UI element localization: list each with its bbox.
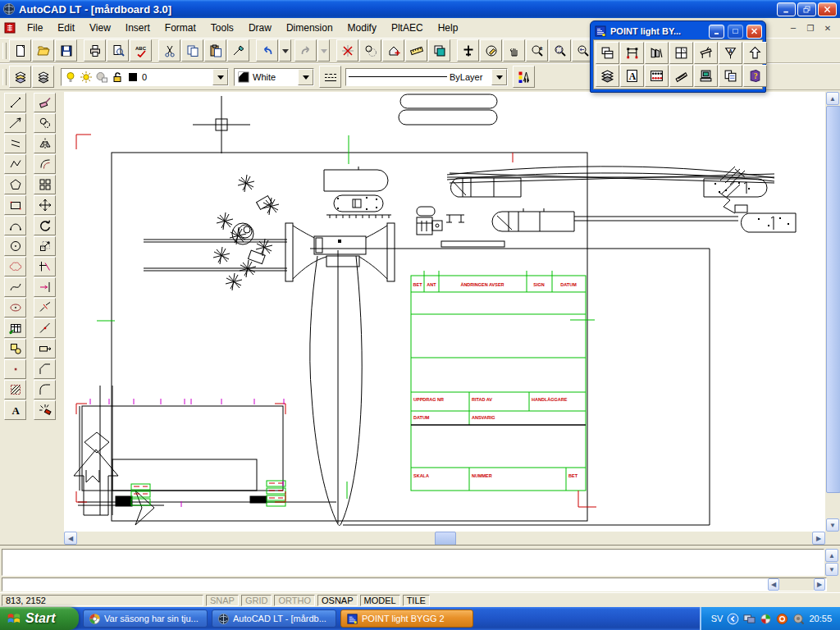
offset-button[interactable] bbox=[34, 154, 56, 174]
layer-manager-button[interactable] bbox=[32, 66, 54, 88]
taskbar-item-point-light[interactable]: POINT light BYGG 2 bbox=[340, 609, 473, 628]
scroll-right-button[interactable]: ▶ bbox=[812, 532, 825, 545]
toolbar-grip[interactable] bbox=[2, 69, 7, 85]
layer-combo[interactable]: 0 bbox=[61, 68, 229, 86]
restore-button[interactable] bbox=[797, 2, 816, 16]
insert-block-button[interactable] bbox=[4, 318, 26, 338]
child-close-button[interactable]: ✕ bbox=[820, 21, 835, 34]
command-scrollbar[interactable]: ▲ ▼ bbox=[825, 549, 838, 576]
command-scroll-up[interactable]: ▲ bbox=[825, 549, 838, 562]
drawing-canvas[interactable]: BET ANT ÄNDRINGEN AVSER SIGN DATUM UPPDR… bbox=[64, 92, 825, 532]
copy-button[interactable] bbox=[181, 39, 203, 62]
palette-copy-windows-button[interactable] bbox=[596, 42, 619, 64]
menu-file[interactable]: File bbox=[20, 20, 50, 36]
chamfer-button[interactable] bbox=[34, 359, 56, 379]
circle-button[interactable] bbox=[4, 236, 26, 256]
polyline-button[interactable] bbox=[4, 154, 26, 174]
break-button[interactable] bbox=[34, 298, 56, 317]
palette-close-button[interactable] bbox=[746, 25, 762, 39]
child-minimize-button[interactable]: ─ bbox=[786, 21, 801, 34]
scroll-up-button[interactable]: ▲ bbox=[826, 92, 839, 105]
color-combo-dropdown[interactable] bbox=[298, 69, 313, 85]
palette-piping-button[interactable] bbox=[620, 42, 644, 64]
menu-view[interactable]: View bbox=[82, 20, 118, 36]
trim-button[interactable] bbox=[34, 257, 56, 276]
menu-help[interactable]: Help bbox=[431, 20, 466, 36]
fillet-button[interactable] bbox=[34, 380, 56, 399]
command-history[interactable]: Command: '_pan Press Esc or Enter to exi… bbox=[2, 549, 824, 576]
scale-button[interactable] bbox=[34, 236, 56, 256]
spell-check-button[interactable]: ABC bbox=[130, 39, 152, 62]
arc-button[interactable] bbox=[4, 216, 26, 235]
move-button[interactable] bbox=[34, 195, 56, 215]
vertical-scroll-thumb[interactable] bbox=[826, 106, 840, 493]
palette-titlebar[interactable]: POINT light BY... bbox=[593, 23, 763, 39]
palette-arrow-up-button[interactable] bbox=[743, 42, 767, 64]
horizontal-scroll-thumb[interactable] bbox=[435, 532, 456, 546]
volume-tray-icon[interactable] bbox=[792, 613, 805, 625]
menu-insert[interactable]: Insert bbox=[118, 20, 158, 36]
redo-dropdown[interactable] bbox=[317, 39, 330, 62]
palette-abacus-button[interactable] bbox=[645, 65, 669, 87]
text-button[interactable]: A bbox=[4, 400, 26, 420]
spline-button[interactable] bbox=[4, 277, 26, 297]
dwg-props-button[interactable] bbox=[382, 39, 404, 62]
paste-button[interactable] bbox=[204, 39, 226, 62]
mirror-button[interactable] bbox=[34, 134, 56, 153]
new-button[interactable] bbox=[9, 39, 31, 62]
language-indicator[interactable]: SV bbox=[711, 614, 724, 623]
pan-realtime-button[interactable] bbox=[503, 39, 525, 62]
extend-button[interactable] bbox=[34, 277, 56, 297]
break-at-point-button[interactable] bbox=[34, 318, 56, 338]
palette-help-book-button[interactable]: ? bbox=[743, 65, 767, 87]
antivirus-tray-icon[interactable] bbox=[760, 613, 772, 625]
menu-dimension[interactable]: Dimension bbox=[279, 20, 340, 36]
named-views-button[interactable] bbox=[359, 39, 381, 62]
close-button[interactable] bbox=[818, 2, 837, 16]
draw-line-button[interactable] bbox=[4, 93, 26, 112]
undo-button[interactable] bbox=[256, 39, 278, 62]
open-button[interactable] bbox=[32, 39, 54, 62]
menu-format[interactable]: Format bbox=[158, 20, 203, 36]
make-block-button[interactable] bbox=[4, 339, 26, 358]
print-button[interactable] bbox=[84, 39, 106, 62]
ellipse-button[interactable] bbox=[4, 298, 26, 317]
cut-button[interactable] bbox=[158, 39, 180, 62]
redo-button[interactable] bbox=[294, 39, 317, 62]
explode-button[interactable] bbox=[34, 400, 56, 420]
display-tray-icon[interactable] bbox=[743, 613, 756, 625]
layer-combo-dropdown[interactable] bbox=[212, 69, 228, 85]
linetype-manager-button[interactable] bbox=[319, 66, 341, 88]
scroll-down-button[interactable]: ▼ bbox=[826, 518, 839, 532]
command-input[interactable]: Command: bbox=[2, 578, 827, 591]
layer-freeze-vp-icon[interactable] bbox=[95, 71, 108, 84]
distance-button[interactable] bbox=[405, 39, 427, 62]
scroll-left-button[interactable]: ◀ bbox=[64, 532, 77, 545]
menu-draw[interactable]: Draw bbox=[241, 20, 279, 36]
palette-window-button[interactable] bbox=[669, 42, 693, 64]
clock[interactable]: 20:55 bbox=[809, 614, 832, 623]
palette-text-button[interactable]: A bbox=[620, 65, 644, 87]
lengthen-button[interactable] bbox=[34, 339, 56, 358]
erase-button[interactable] bbox=[34, 93, 56, 112]
match-properties-button[interactable] bbox=[227, 39, 249, 62]
child-restore-button[interactable]: ❐ bbox=[803, 21, 818, 34]
palette-minimize-button[interactable] bbox=[709, 25, 724, 39]
snap-toggle[interactable]: SNAP bbox=[206, 595, 239, 606]
linetype-combo[interactable]: ByLayer bbox=[345, 68, 508, 86]
palette-valve-button[interactable]: A bbox=[719, 42, 742, 64]
properties-button[interactable] bbox=[513, 66, 535, 88]
point-button[interactable] bbox=[4, 359, 26, 379]
ortho-toggle[interactable]: ORTHO bbox=[274, 595, 315, 606]
menu-tools[interactable]: Tools bbox=[203, 20, 241, 36]
construction-line-button[interactable] bbox=[4, 113, 26, 133]
vertical-scrollbar[interactable]: ▲ ▼ bbox=[825, 92, 840, 532]
layer-thaw-icon[interactable] bbox=[80, 71, 93, 84]
menu-modify[interactable]: Modify bbox=[340, 20, 384, 36]
taskbar-item-autocad[interactable]: AutoCAD LT - [mårdb... bbox=[212, 609, 336, 628]
revision-cloud-button[interactable] bbox=[4, 257, 26, 276]
palette-sheets-button[interactable] bbox=[719, 65, 742, 87]
command-scroll-right[interactable]: ▶ bbox=[814, 578, 825, 591]
layer-on-icon[interactable] bbox=[64, 71, 77, 84]
palette-roof-button[interactable] bbox=[669, 65, 693, 87]
